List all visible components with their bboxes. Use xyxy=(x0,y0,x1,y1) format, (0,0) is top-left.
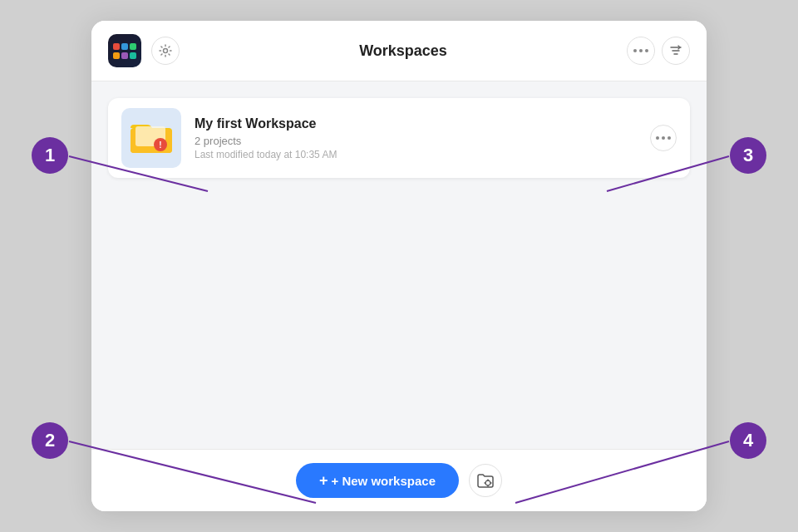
folder-settings-icon xyxy=(476,471,495,490)
annotation-4-label: 4 xyxy=(743,430,753,451)
workspace-modified: Last modified today at 10:35 AM xyxy=(195,149,650,160)
app-logo xyxy=(108,34,141,67)
workspace-more-button[interactable] xyxy=(650,125,677,151)
new-workspace-label: + New workspace xyxy=(332,474,436,488)
workspace-card[interactable]: ! My first Workspace 2 projects Last mod… xyxy=(108,98,690,178)
footer: + + New workspace xyxy=(91,449,707,511)
annotation-3-label: 3 xyxy=(743,145,753,166)
page-title: Workspaces xyxy=(180,42,627,60)
gear-icon xyxy=(159,44,172,57)
gear-button[interactable] xyxy=(151,37,180,65)
annotation-2: 2 xyxy=(32,422,68,459)
workspace-more-icon xyxy=(656,136,671,140)
new-workspace-plus-icon: + xyxy=(319,473,328,488)
annotation-2-label: 2 xyxy=(45,430,55,451)
folder-icon: ! xyxy=(129,116,174,160)
header-left xyxy=(108,34,180,67)
folder-settings-button[interactable] xyxy=(469,464,502,497)
new-workspace-button[interactable]: + + New workspace xyxy=(296,463,459,498)
filter-sort-button[interactable] xyxy=(662,37,690,65)
more-options-button[interactable] xyxy=(627,37,655,65)
header-right xyxy=(627,37,690,65)
annotation-1-label: 1 xyxy=(45,145,55,166)
workspace-projects: 2 projects xyxy=(195,135,650,147)
filter-sort-icon xyxy=(669,44,682,57)
annotation-4: 4 xyxy=(730,422,766,459)
folder-svg: ! xyxy=(129,116,174,155)
annotation-1: 1 xyxy=(32,137,68,174)
svg-point-4 xyxy=(164,49,168,53)
workspace-icon-wrapper: ! xyxy=(121,108,181,168)
workspace-info: My first Workspace 2 projects Last modif… xyxy=(195,116,650,160)
workspace-name: My first Workspace xyxy=(195,116,650,131)
app-window: Workspaces xyxy=(91,21,707,511)
main-content: ! My first Workspace 2 projects Last mod… xyxy=(91,81,707,449)
annotation-3: 3 xyxy=(730,137,766,174)
header: Workspaces xyxy=(91,21,707,81)
svg-text:!: ! xyxy=(159,140,161,150)
svg-point-13 xyxy=(485,480,490,485)
more-options-icon xyxy=(633,49,648,52)
